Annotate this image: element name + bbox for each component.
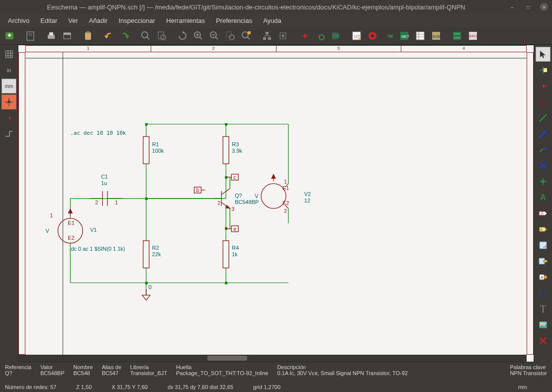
leave-sheet-icon[interactable]: [276, 28, 290, 43]
horizontal-scrollbar[interactable]: [18, 355, 527, 362]
print-icon[interactable]: [44, 28, 59, 43]
highlight-net-icon[interactable]: [536, 63, 551, 78]
menu-ver[interactable]: Ver: [63, 15, 83, 26]
symbol-editor-icon[interactable]: [296, 28, 311, 43]
svg-text:R3: R3: [232, 141, 239, 147]
svg-rect-5: [49, 32, 53, 35]
window-controls: – □ ✕: [508, 3, 548, 11]
place-wire2bus-icon[interactable]: [536, 142, 551, 157]
svg-text:A: A: [541, 211, 544, 216]
place-image-icon[interactable]: [536, 317, 551, 332]
netlist-icon[interactable]: NET: [397, 28, 412, 43]
place-line-icon[interactable]: [536, 286, 551, 300]
place-sheet-icon[interactable]: [536, 238, 551, 253]
svg-point-35: [319, 35, 324, 40]
svg-rect-93: [145, 197, 148, 200]
component-info-panel: ReferenciaQ? ValorBC548BP NombreBC548 Al…: [0, 362, 552, 382]
svg-text:V: V: [46, 228, 50, 234]
svg-text:2: 2: [217, 200, 220, 206]
cursor-shape-icon[interactable]: [1, 95, 16, 109]
zoom-selection-icon[interactable]: [223, 28, 238, 43]
place-symbol-icon[interactable]: [536, 79, 551, 94]
menu-herramientas[interactable]: Herramientas: [161, 15, 210, 26]
units-inches-icon[interactable]: in: [1, 63, 16, 78]
erc-icon[interactable]: [365, 28, 380, 43]
plot-icon[interactable]: [60, 28, 75, 43]
schematic-canvas[interactable]: 1 2 3 4 .ac dec 10 10 10k: [18, 45, 534, 362]
status-bar: Número de redes: 57 Z 1,50 X 31,75 Y 7,6…: [0, 382, 552, 392]
svg-text:1: 1: [284, 179, 287, 185]
svg-text:A: A: [544, 259, 546, 263]
zoom-tool-icon[interactable]: [239, 28, 254, 43]
spice-directive-ac: .ac dec 10 10 10k: [70, 130, 126, 136]
grid-toggle-icon[interactable]: [1, 47, 16, 62]
place-power-icon[interactable]: [536, 95, 551, 109]
svg-text:3: 3: [231, 206, 234, 212]
menu-preferencias[interactable]: Preferencias: [211, 15, 257, 26]
svg-rect-8: [85, 32, 91, 40]
hierarchy-icon[interactable]: [260, 28, 275, 43]
svg-text:b: b: [196, 187, 199, 193]
place-bus-icon[interactable]: [536, 126, 551, 141]
svg-point-175: [542, 180, 545, 183]
svg-rect-103: [223, 241, 229, 268]
backannotate-icon[interactable]: BACK: [465, 28, 480, 43]
symbol-browser-icon[interactable]: [312, 28, 327, 43]
svg-rect-21: [226, 32, 231, 37]
titlebar: Eeschema — amplif-QNPN.sch [/] — /media/…: [0, 0, 552, 14]
close-button[interactable]: ✕: [540, 3, 548, 11]
status-dxy: dx 31,75 dy 7,60 dist 32,65: [168, 384, 233, 390]
paste-icon[interactable]: [81, 28, 95, 43]
zoom-out-icon[interactable]: [207, 28, 222, 43]
svg-point-183: [544, 276, 547, 279]
menu-anadir[interactable]: Añadir: [84, 15, 113, 26]
delete-icon[interactable]: [536, 333, 551, 348]
svg-rect-27: [263, 37, 266, 40]
undo-icon[interactable]: [101, 28, 116, 43]
main-toolbar: U? NET BOM BACK: [0, 27, 552, 45]
place-hier-label-icon[interactable]: A: [536, 222, 551, 237]
zoom-in-icon[interactable]: [191, 28, 206, 43]
minimize-button[interactable]: –: [508, 3, 516, 11]
menu-ayuda[interactable]: Ayuda: [258, 15, 286, 26]
place-text-icon[interactable]: T: [536, 301, 551, 316]
import-hier-label-icon[interactable]: A: [536, 254, 551, 269]
svg-text:1: 1: [115, 199, 118, 205]
svg-text:E1: E1: [282, 185, 289, 191]
page-settings-icon[interactable]: [23, 28, 38, 43]
footprint-editor-icon[interactable]: [328, 28, 343, 43]
bom-icon[interactable]: BOM: [429, 28, 444, 43]
place-netlabel-icon[interactable]: A: [536, 190, 551, 205]
svg-text:12: 12: [304, 197, 310, 203]
place-sheet-pin-icon[interactable]: A: [536, 270, 551, 285]
units-mm-icon[interactable]: mm: [1, 79, 16, 94]
hidden-pins-icon[interactable]: [1, 110, 16, 125]
fields-editor-icon[interactable]: [413, 28, 428, 43]
place-global-label-icon[interactable]: A: [536, 206, 551, 221]
top-ruler: 1 2 3 4: [25, 45, 527, 52]
sheet-area[interactable]: .ac dec 10 10 10k: [25, 52, 527, 355]
svg-line-168: [540, 130, 547, 137]
zoom-fit-icon[interactable]: [138, 28, 153, 43]
left-toolbar: in mm: [0, 45, 18, 362]
select-tool-icon[interactable]: [536, 47, 551, 62]
svg-text:.dc 0 ac 1 $SIN(0 1 1k): .dc 0 ac 1 $SIN(0 1 1k): [69, 246, 125, 252]
redo-icon[interactable]: [117, 28, 132, 43]
zoom-page-icon[interactable]: [154, 28, 169, 43]
svg-line-11: [147, 37, 149, 39]
pcb-icon[interactable]: [450, 28, 464, 43]
annotate-icon[interactable]: U?: [349, 28, 364, 43]
menu-editar[interactable]: Editar: [35, 15, 62, 26]
force-hv-icon[interactable]: [1, 126, 16, 141]
svg-text:BOM: BOM: [433, 35, 441, 38]
save-icon[interactable]: [2, 28, 17, 43]
place-junction-icon[interactable]: [536, 174, 551, 189]
assign-footprints-icon[interactable]: [381, 28, 396, 43]
maximize-button[interactable]: □: [524, 3, 532, 11]
place-wire-icon[interactable]: [536, 110, 551, 125]
place-noconnect-icon[interactable]: [536, 158, 551, 173]
menu-inspeccionar[interactable]: Inspeccionar: [113, 15, 160, 26]
svg-text:V1: V1: [90, 227, 96, 233]
menu-archivo[interactable]: Archivo: [3, 15, 34, 26]
refresh-icon[interactable]: [175, 28, 190, 43]
